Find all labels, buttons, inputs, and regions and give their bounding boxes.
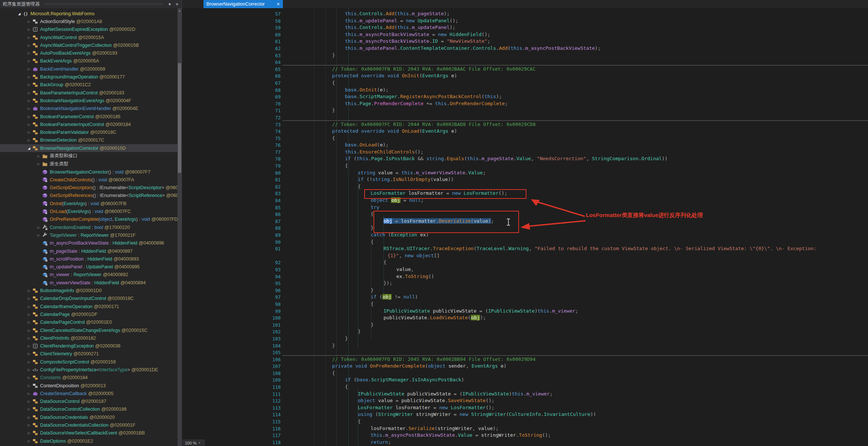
code-line[interactable]: 86{ (182, 211, 868, 218)
tree-row[interactable]: ▷CalendarPageControl @020001E0 (0, 319, 177, 326)
code-line[interactable]: 98{ (182, 301, 868, 308)
code-line[interactable]: 90{ (182, 239, 868, 246)
tree-row[interactable]: ▷CalendarPage @020001DF (0, 310, 177, 318)
tree-row[interactable]: m_viewer : ReportViewer @04000892 (0, 271, 177, 279)
expander-closed-icon[interactable]: ▷ (26, 392, 32, 395)
tree-row[interactable]: ▷BackEventHandler @02000059 (0, 65, 177, 73)
code-line[interactable]: 82{ (182, 184, 868, 191)
scroll-up-icon[interactable]: ▲ (177, 9, 182, 12)
expander-closed-icon[interactable]: ▷ (26, 352, 32, 356)
tree-row[interactable]: GetScriptReferences() : IEnumerable<Scri… (0, 192, 177, 200)
tree-row[interactable]: ▷AsyncWaitControlTriggerCollection @0200… (0, 41, 177, 49)
tree-row[interactable]: ▷BookmarkNavigationEventHandler @0200004… (0, 105, 177, 113)
tree-row[interactable]: ▷BooleanParameterInputControl @02000184 (0, 120, 177, 128)
tree-row[interactable]: ▷Constants @02000164 (0, 374, 177, 382)
code-line[interactable]: 81if (!string.IsNullOrEmpty(value)) (182, 177, 868, 184)
expander-closed-icon[interactable]: ▷ (26, 75, 32, 79)
panel-close-icon[interactable]: ✕ (174, 2, 180, 6)
tree-row[interactable]: ▷DataSourceControl @02000187 (0, 398, 177, 405)
expander-closed-icon[interactable]: ▷ (26, 376, 32, 379)
code-line[interactable]: 99IPublicViewState publicViewState = (IP… (182, 308, 868, 315)
tree-row[interactable]: ▷AsyncWaitControl @0200015A (0, 33, 177, 41)
tree-row[interactable]: ▷CalendarDropDownInputControl @0200019C (0, 295, 177, 303)
code-line[interactable]: 104} (182, 343, 868, 350)
expander-closed-icon[interactable]: ▷ (26, 138, 32, 142)
code-line[interactable]: 106// Token: 0x060007FD RID: 2045 RVA: 0… (182, 356, 868, 363)
code-line[interactable]: {1}", new object[] (182, 253, 868, 260)
code-line[interactable]: 87obj = losFormatter.Deserialize(value); (182, 218, 868, 225)
code-line[interactable]: 107private void OnPreRenderComplete(obje… (182, 363, 868, 370)
code-line[interactable]: 103} (182, 336, 868, 343)
tree-row[interactable]: ▷AutoPostBackEventArgs @02000193 (0, 49, 177, 57)
code-line[interactable]: 73// Token: 0x060007FC RID: 2044 RVA: 0x… (182, 122, 868, 129)
expander-closed-icon[interactable]: ▷ (26, 51, 32, 55)
code-line[interactable]: 105 (182, 349, 868, 356)
code-editor[interactable]: 57this.Controls.Add(this.m_pageState);58… (182, 8, 868, 446)
tree-row[interactable]: ▷ClientPrintInfo @02000162 (0, 334, 177, 342)
tree-row[interactable]: ▷DataSourceControlCollection @02000186 (0, 405, 177, 413)
tree-row[interactable]: OnPreRenderComplete(object, EventArgs) :… (0, 216, 177, 223)
tree-row[interactable]: BrowserNavigationCorrector() : void @060… (0, 168, 177, 176)
expander-closed-icon[interactable]: ▷ (26, 130, 32, 134)
code-line[interactable]: 89catch (Exception ex) (182, 232, 868, 239)
code-line[interactable]: 85try (182, 204, 868, 211)
expander-closed-icon[interactable]: ▷ (26, 407, 32, 411)
expander-closed-icon[interactable]: ▷ (26, 289, 32, 293)
code-line[interactable]: 84object obj = null; (182, 197, 868, 204)
expander-closed-icon[interactable]: ▷ (26, 431, 32, 435)
code-line[interactable]: 77this.EnsureChildControls(); (182, 149, 868, 156)
tree-row[interactable]: ▷DateOptions @020001E2 (0, 437, 177, 445)
tree-row[interactable]: ▷CorrectionsEnabled : bool @17000220 (0, 223, 177, 231)
code-line[interactable]: 69base.ScriptManager.RegisterAsyncPostBa… (182, 94, 868, 101)
editor-zoom-control[interactable]: 100 % ▾ (182, 440, 205, 446)
expander-closed-icon[interactable]: ▷ (26, 43, 32, 47)
tree-row[interactable]: ▷BrowserDetection @0200017C (0, 136, 177, 144)
expander-closed-icon[interactable]: ▷ (26, 439, 32, 443)
tree-row[interactable]: ▷TargetViewer : ReportViewer @1700021F (0, 231, 177, 239)
code-line[interactable]: 60this.m_asyncPostBackViewState = new Hi… (182, 32, 868, 39)
expander-closed-icon[interactable]: ▷ (26, 297, 32, 300)
expander-closed-icon[interactable]: ▷ (26, 360, 32, 364)
assembly-tree[interactable]: ◢{}Microsoft.Reporting.WebForms▷ActionSc… (0, 8, 177, 446)
code-line[interactable]: 75{ (182, 135, 868, 142)
code-line[interactable]: 88} (182, 225, 868, 232)
code-line[interactable]: 67{ (182, 80, 868, 87)
tree-row[interactable]: ▷<T>ConfigFilePropertyInterface<Interfac… (0, 366, 177, 374)
expander-open-icon[interactable]: ◢ (26, 146, 32, 150)
code-line[interactable]: 59this.Controls.Add(this.m_updatePanel); (182, 25, 868, 32)
tree-row[interactable]: m_updatePanel : UpdatePanel @04000895 (0, 263, 177, 271)
expander-closed-icon[interactable]: ▷ (26, 59, 32, 63)
code-line[interactable]: 91RSTrace.UITracer.TraceException(TraceL… (182, 246, 868, 253)
tree-row[interactable]: ▷BackEventArgs @0200005A (0, 57, 177, 65)
panel-menu-chevron-icon[interactable]: ▼ (167, 2, 173, 6)
code-line[interactable]: 83LosFormatter losFormatter = new LosFor… (182, 190, 868, 197)
code-line[interactable]: 66protected override void OnInit(EventAr… (182, 73, 868, 80)
expander-closed-icon[interactable]: ▷ (26, 83, 32, 87)
tree-row[interactable]: ▷!ClientRenderingException @02000039 (0, 342, 177, 350)
tree-row[interactable]: ▷BooleanParameterControl @02000185 (0, 113, 177, 120)
expander-closed-icon[interactable]: ▷ (36, 226, 42, 229)
tree-row[interactable]: ▷DataSourceCredentialsCollection @020000… (0, 421, 177, 429)
tree-row[interactable]: ▷!AspNetSessionExpiredException @0200002… (0, 26, 177, 33)
scrollbar-thumb[interactable] (178, 63, 181, 173)
code-line[interactable]: 71} (182, 107, 868, 114)
tree-row[interactable]: m_pageState : HiddenField @04000897 (0, 247, 177, 255)
code-line[interactable]: 113LosFormatter losFormatter = new LosFo… (182, 405, 868, 412)
tree-row[interactable]: OnLoad(EventArgs) : void @060007FC (0, 207, 177, 215)
tree-row[interactable]: ▷ContentDisposition @02000013 (0, 382, 177, 390)
expander-closed-icon[interactable]: ▷ (26, 67, 32, 71)
expander-closed-icon[interactable]: ▷ (26, 329, 32, 332)
expander-closed-icon[interactable]: ▷ (26, 99, 32, 103)
expander-closed-icon[interactable]: ▷ (26, 400, 32, 403)
tab-browsernavigationcorrector[interactable]: BrowserNavigationCorrector ✕ (203, 0, 283, 8)
code-line[interactable]: 117this.m_asyncPostBackViewState.Value =… (182, 432, 868, 439)
tree-row[interactable]: ▷BooleanParamValidator @0200018C (0, 128, 177, 136)
code-line[interactable]: 79{ (182, 163, 868, 170)
tree-row[interactable]: ▷DataSourceCredentials @02000020 (0, 413, 177, 421)
tree-row[interactable]: ▷BackGroup @020001C2 (0, 81, 177, 89)
code-line[interactable]: 63} (182, 52, 868, 59)
code-line[interactable]: 97if (obj != null) (182, 294, 868, 301)
code-line[interactable]: 94ex.ToString() (182, 274, 868, 281)
code-line[interactable]: 112object value = publicViewState.SaveVi… (182, 398, 868, 405)
code-line[interactable]: 65// Token: 0x060007FB RID: 2043 RVA: 0x… (182, 66, 868, 73)
